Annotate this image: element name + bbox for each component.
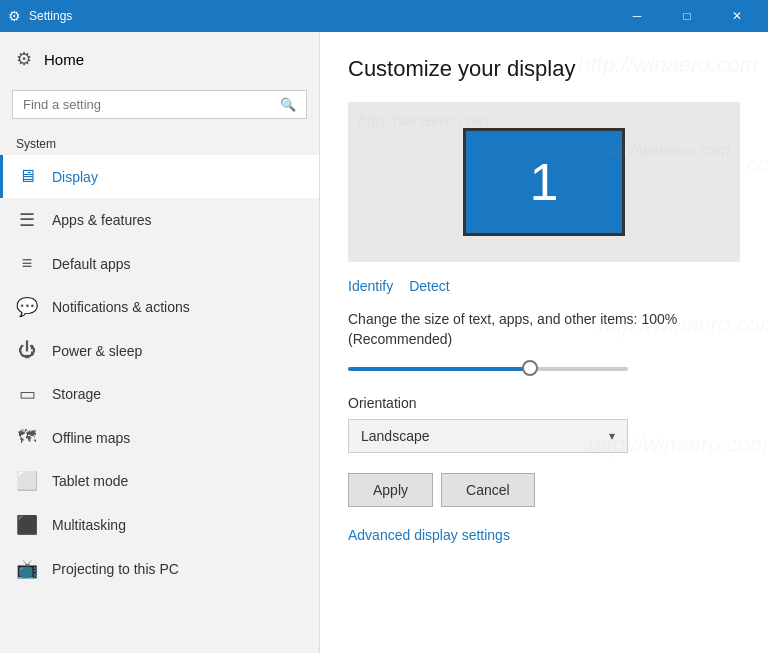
projecting-icon: 📺 <box>16 558 38 580</box>
nav-item-multitasking[interactable]: ⬛ Multitasking <box>0 503 319 547</box>
settings-icon: ⚙ <box>8 8 21 24</box>
nav-item-notifications[interactable]: 💬 Notifications & actions <box>0 285 319 329</box>
chevron-down-icon: ▾ <box>609 429 615 443</box>
nav-label-projecting: Projecting to this PC <box>52 561 179 577</box>
minimize-button[interactable]: ─ <box>614 0 660 32</box>
nav-item-display[interactable]: 🖥 Display <box>0 155 319 198</box>
offline-maps-icon: 🗺 <box>16 427 38 448</box>
titlebar-left: ⚙ Settings <box>8 8 72 24</box>
storage-icon: ▭ <box>16 383 38 405</box>
apply-button[interactable]: Apply <box>348 473 433 507</box>
search-icon: 🔍 <box>280 97 296 112</box>
search-input[interactable] <box>23 97 272 112</box>
identify-link[interactable]: Identify <box>348 278 393 294</box>
nav-item-tablet[interactable]: ⬜ Tablet mode <box>0 459 319 503</box>
button-row: Apply Cancel <box>348 473 740 507</box>
app-body: ⚙ Home 🔍 System 🖥 Display ☰ Apps & featu… <box>0 32 768 653</box>
nav-label-multitasking: Multitasking <box>52 517 126 533</box>
titlebar: ⚙ Settings ─ □ ✕ <box>0 0 768 32</box>
size-slider-container <box>348 359 740 375</box>
tablet-icon: ⬜ <box>16 470 38 492</box>
default-apps-icon: ≡ <box>16 253 38 274</box>
slider-fill <box>348 367 530 371</box>
page-title: Customize your display <box>348 56 740 82</box>
nav-item-default-apps[interactable]: ≡ Default apps <box>0 242 319 285</box>
nav-item-apps[interactable]: ☰ Apps & features <box>0 198 319 242</box>
close-button[interactable]: ✕ <box>714 0 760 32</box>
nav-item-offline-maps[interactable]: 🗺 Offline maps <box>0 416 319 459</box>
titlebar-controls: ─ □ ✕ <box>614 0 760 32</box>
sidebar: ⚙ Home 🔍 System 🖥 Display ☰ Apps & featu… <box>0 32 320 653</box>
notifications-icon: 💬 <box>16 296 38 318</box>
display-icon: 🖥 <box>16 166 38 187</box>
power-icon: ⏻ <box>16 340 38 361</box>
cancel-button[interactable]: Cancel <box>441 473 535 507</box>
nav-item-projecting[interactable]: 📺 Projecting to this PC <box>0 547 319 591</box>
monitor-preview: 1 <box>463 128 625 236</box>
nav-label-notifications: Notifications & actions <box>52 299 190 315</box>
advanced-display-settings-link[interactable]: Advanced display settings <box>348 527 510 543</box>
nav-label-offline-maps: Offline maps <box>52 430 130 446</box>
main-content: http://winaero.com http://winaero.com ht… <box>320 32 768 653</box>
orientation-label: Orientation <box>348 395 740 411</box>
nav-label-tablet: Tablet mode <box>52 473 128 489</box>
multitasking-icon: ⬛ <box>16 514 38 536</box>
nav-label-display: Display <box>52 169 98 185</box>
monitor-number: 1 <box>530 152 559 212</box>
search-box: 🔍 <box>12 90 307 119</box>
system-label: System <box>0 131 319 155</box>
nav-label-default-apps: Default apps <box>52 256 131 272</box>
monitor-area: http://winaero.com http://winaero.com 1 <box>348 102 740 262</box>
nav-label-storage: Storage <box>52 386 101 402</box>
display-actions: Identify Detect <box>348 278 740 294</box>
size-text-line2: (Recommended) <box>348 331 452 347</box>
nav-label-power: Power & sleep <box>52 343 142 359</box>
detect-link[interactable]: Detect <box>409 278 449 294</box>
orientation-value: Landscape <box>361 428 430 444</box>
titlebar-title: Settings <box>29 9 72 23</box>
home-label: Home <box>44 51 84 68</box>
slider-track[interactable] <box>348 367 628 371</box>
home-icon: ⚙ <box>16 48 32 70</box>
size-text-line1: Change the size of text, apps, and other… <box>348 311 677 327</box>
nav-label-apps: Apps & features <box>52 212 152 228</box>
orientation-dropdown[interactable]: Landscape ▾ <box>348 419 628 453</box>
nav-item-power[interactable]: ⏻ Power & sleep <box>0 329 319 372</box>
slider-thumb[interactable] <box>522 360 538 376</box>
maximize-button[interactable]: □ <box>664 0 710 32</box>
apps-icon: ☰ <box>16 209 38 231</box>
size-description: Change the size of text, apps, and other… <box>348 310 740 349</box>
nav-item-storage[interactable]: ▭ Storage <box>0 372 319 416</box>
home-nav-item[interactable]: ⚙ Home <box>0 32 319 86</box>
